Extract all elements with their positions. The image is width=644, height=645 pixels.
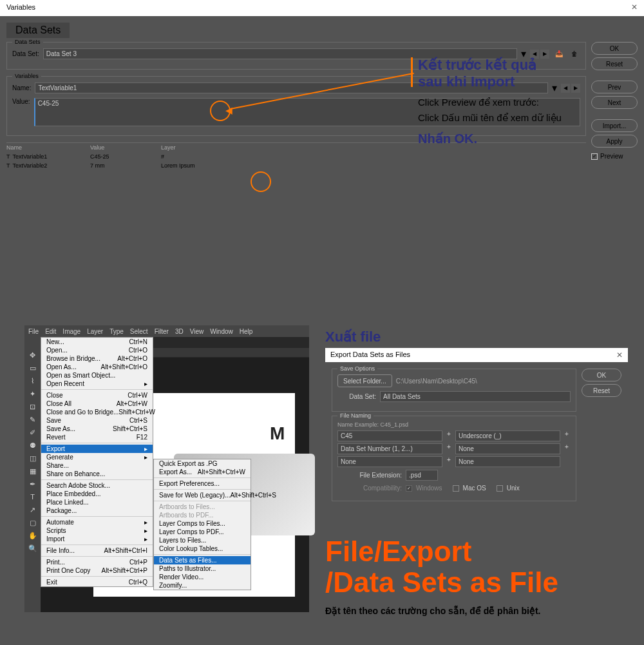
tool-zoom-icon[interactable]: 🔍 <box>28 543 38 554</box>
menu-item[interactable]: Open Recent▸ <box>41 380 153 388</box>
ok-button[interactable]: OK <box>591 42 638 55</box>
menu-item[interactable]: Save As...Shift+Ctrl+S <box>41 425 153 433</box>
menu-item[interactable]: Scripts▸ <box>41 526 153 535</box>
file-ext-dropdown[interactable]: .psd <box>406 470 438 481</box>
highlight-bracket <box>411 57 413 87</box>
menu-image[interactable]: Image <box>62 328 80 335</box>
menu-type[interactable]: Type <box>109 328 124 335</box>
menu-edit[interactable]: Edit <box>45 328 56 335</box>
close-icon[interactable]: ✕ <box>616 351 623 360</box>
menu-item[interactable]: Browse in Bridge...Alt+Ctrl+O <box>41 354 153 363</box>
tool-hand-icon[interactable]: ✋ <box>28 530 38 541</box>
tool-marquee-icon[interactable]: ▭ <box>28 363 38 373</box>
menu-item[interactable]: New...Ctrl+N <box>41 338 153 346</box>
submenu-item[interactable]: Layer Comps to PDF... <box>154 528 251 536</box>
tool-brush-icon[interactable]: ✐ <box>28 427 38 438</box>
tool-path-icon[interactable]: ↗ <box>28 505 38 515</box>
tool-eyedrop-icon[interactable]: ✎ <box>28 414 38 425</box>
menu-3d[interactable]: 3D <box>175 328 184 335</box>
table-row[interactable]: TTextVariable2 7 mm Lorem Ipsum <box>6 161 586 170</box>
submenu-item[interactable]: Quick Export as .PG <box>154 459 251 468</box>
preview-checkbox[interactable]: ✓ <box>591 153 598 160</box>
delete-dataset-icon[interactable]: 🗑 <box>569 50 580 59</box>
next-button[interactable]: Next <box>591 96 638 109</box>
menu-item[interactable]: Print...Ctrl+P <box>41 558 153 566</box>
compat-unix-checkbox[interactable] <box>497 485 503 492</box>
tool-eraser-icon[interactable]: ◫ <box>28 453 38 463</box>
menu-help[interactable]: Help <box>240 328 253 335</box>
tool-clone-icon[interactable]: ⚉ <box>28 440 38 450</box>
menu-item[interactable]: Share... <box>41 461 153 470</box>
prev-button[interactable]: Prev <box>591 81 638 93</box>
menu-item[interactable]: Open As...Alt+Shift+Ctrl+O <box>41 363 153 371</box>
tool-crop-icon[interactable]: ⊡ <box>28 401 38 412</box>
submenu-item[interactable]: Color Lookup Tables... <box>154 544 251 553</box>
submenu-item[interactable]: Artboards to Files... <box>154 503 251 511</box>
naming-1-left[interactable]: C45 <box>337 430 442 441</box>
reset-button[interactable]: Reset <box>591 57 638 70</box>
menu-item[interactable]: File Info...Alt+Shift+Ctrl+I <box>41 546 153 555</box>
naming-3-left[interactable]: None <box>337 456 442 467</box>
var-prev-icon[interactable]: ◀ <box>561 84 570 93</box>
var-next-icon[interactable]: ▶ <box>571 84 580 93</box>
select-folder-button[interactable]: Select Folder... <box>337 374 392 387</box>
compat-win-checkbox[interactable]: ✓ <box>406 485 412 492</box>
tool-shape-icon[interactable]: ▢ <box>28 517 38 528</box>
naming-1-right[interactable]: Underscore (_) <box>455 430 560 441</box>
submenu-item[interactable]: Export As...Alt+Shift+Ctrl+W <box>154 468 251 476</box>
menu-view[interactable]: View <box>190 328 204 335</box>
menu-window[interactable]: Window <box>210 328 233 335</box>
naming-3-right[interactable]: None <box>455 456 560 467</box>
tool-lasso-icon[interactable]: ⌇ <box>28 376 38 386</box>
submenu-item[interactable]: Layer Comps to Files... <box>154 519 251 528</box>
big-orange-text: File/Export /Data Sets as File <box>325 536 558 599</box>
submenu-item[interactable]: Zoomify... <box>154 581 251 590</box>
submenu-item[interactable]: Save for Web (Legacy)...Alt+Shift+Ctrl+S <box>154 491 251 499</box>
menu-item[interactable]: Open as Smart Object... <box>41 371 153 380</box>
menu-filter[interactable]: Filter <box>155 328 169 335</box>
ex-dataset-dropdown[interactable]: All Data Sets <box>380 391 571 402</box>
submenu-item[interactable]: Data Sets as Files... <box>154 556 251 564</box>
menu-item[interactable]: Package... <box>41 506 153 515</box>
menu-item[interactable]: ExitCtrl+Q <box>41 578 153 586</box>
ex-ok-button[interactable]: OK <box>582 369 621 381</box>
menu-item[interactable]: Share on Behance... <box>41 470 153 478</box>
menu-layer[interactable]: Layer <box>87 328 103 335</box>
compat-mac-checkbox[interactable] <box>453 485 459 492</box>
submenu-item[interactable]: Paths to Illustrator... <box>154 564 251 573</box>
ex-reset-button[interactable]: Reset <box>582 384 621 397</box>
menu-item[interactable]: Place Embedded... <box>41 490 153 498</box>
tool-move-icon[interactable]: ✥ <box>28 350 38 360</box>
menu-item[interactable]: SaveCtrl+S <box>41 416 153 425</box>
submenu-item[interactable]: Render Video... <box>154 573 251 581</box>
menu-item[interactable]: Import▸ <box>41 535 153 543</box>
tool-pen-icon[interactable]: ✒ <box>28 479 38 489</box>
naming-2-left[interactable]: Data Set Number (1, 2...) <box>337 443 442 454</box>
menu-item[interactable]: CloseCtrl+W <box>41 391 153 400</box>
apply-button[interactable]: Apply <box>591 135 638 148</box>
menu-item[interactable]: Print One CopyAlt+Shift+Ctrl+P <box>41 566 153 575</box>
table-row[interactable]: TTextVariable1 C45-25 # <box>6 152 586 161</box>
import-button[interactable]: Import... <box>591 119 638 132</box>
naming-2-right[interactable]: None <box>455 443 560 454</box>
menu-item[interactable]: RevertF12 <box>41 433 153 441</box>
menu-item[interactable]: Automate▸ <box>41 518 153 526</box>
menu-item[interactable]: Export▸ <box>41 445 153 453</box>
menu-select[interactable]: Select <box>130 328 148 335</box>
menu-item[interactable]: Place Linked... <box>41 498 153 506</box>
datasets-tab[interactable]: Data Sets <box>6 23 70 38</box>
close-icon[interactable]: ✕ <box>631 3 638 12</box>
tool-gradient-icon[interactable]: ▦ <box>28 466 38 476</box>
submenu-item[interactable]: Layers to Files... <box>154 536 251 544</box>
tool-wand-icon[interactable]: ✦ <box>28 389 38 399</box>
submenu-item[interactable]: Artboards to PDF... <box>154 511 251 519</box>
menu-item[interactable]: Close AllAlt+Ctrl+W <box>41 400 153 408</box>
tool-type-icon[interactable]: T <box>28 492 38 502</box>
menu-item[interactable]: Search Adobe Stock... <box>41 481 153 490</box>
menu-item[interactable]: Open...Ctrl+O <box>41 346 153 354</box>
menu-item[interactable]: Generate▸ <box>41 453 153 461</box>
save-options-legend: Save Options <box>337 365 377 372</box>
menu-item[interactable]: Close and Go to Bridge...Shift+Ctrl+W <box>41 408 153 416</box>
menu-file[interactable]: File <box>28 328 39 335</box>
submenu-item[interactable]: Export Preferences... <box>154 479 251 488</box>
